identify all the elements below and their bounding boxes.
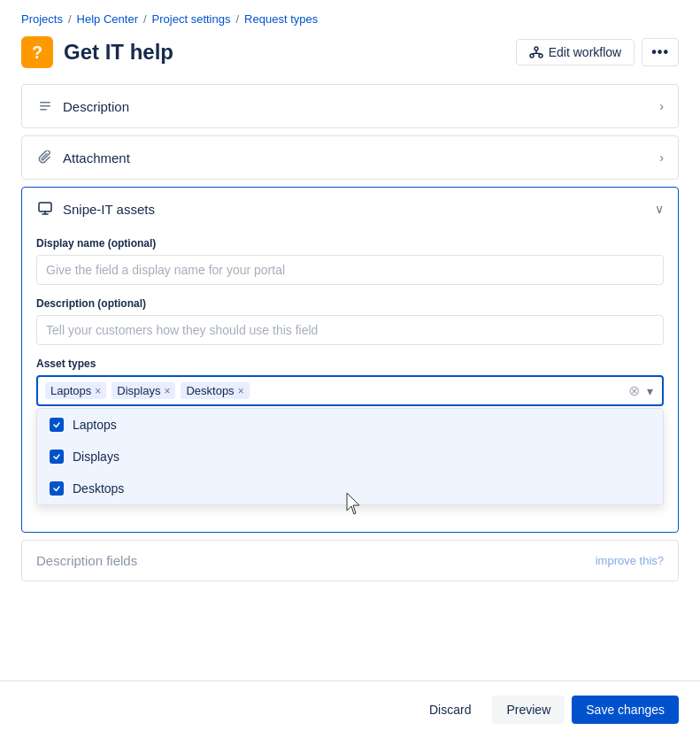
select-actions: ⊗ ▾ — [627, 382, 655, 399]
tag-displays: Displays × — [112, 382, 175, 399]
header-actions: Edit workflow ••• — [516, 38, 679, 66]
bottom-bar: Discard Preview Save changes — [0, 680, 700, 738]
svg-rect-5 — [40, 109, 47, 111]
breadcrumb-requesttypes[interactable]: Request types — [244, 12, 318, 26]
remove-desktops-button[interactable]: × — [238, 386, 244, 396]
dropdown-laptops-label: Laptops — [73, 418, 117, 432]
remove-displays-button[interactable]: × — [164, 386, 170, 396]
snipe-it-assets-chevron-icon: ∨ — [655, 202, 664, 216]
dropdown-toggle-button[interactable]: ▾ — [645, 384, 655, 398]
tag-desktops: Desktops × — [181, 382, 249, 399]
svg-point-2 — [539, 54, 542, 58]
description-label: Description (optional) — [36, 297, 664, 310]
dropdown-desktops-label: Desktops — [73, 481, 124, 496]
description-field-header[interactable]: Description › — [22, 85, 678, 127]
description-fields-partial: Description fields improve this? — [21, 540, 679, 581]
dropdown-item-laptops[interactable]: Laptops — [37, 409, 663, 441]
snipe-it-assets-header[interactable]: Snipe-IT assets ∨ — [22, 188, 678, 230]
app-icon: ? — [21, 36, 53, 68]
description-lines-icon — [36, 97, 54, 115]
dropdown-displays-label: Displays — [73, 450, 119, 464]
discard-button[interactable]: Discard — [415, 696, 485, 724]
svg-point-1 — [530, 54, 534, 58]
tag-laptops: Laptops × — [45, 382, 106, 399]
page-header: ? Get IT help Edit workflow ••• — [0, 33, 700, 84]
asset-types-label: Asset types — [36, 357, 664, 370]
checkbox-laptops-icon — [50, 418, 64, 432]
checkbox-desktops-icon — [50, 481, 64, 496]
breadcrumb-projectsettings[interactable]: Project settings — [152, 12, 231, 26]
partial-improve-link: improve this? — [596, 554, 664, 567]
attachment-field-label: Attachment — [63, 150, 130, 165]
checkbox-displays-icon — [50, 450, 64, 464]
save-changes-button[interactable]: Save changes — [572, 696, 679, 724]
description-group: Description (optional) — [36, 297, 664, 345]
partial-section-label: Description fields — [36, 553, 137, 568]
dropdown-item-displays[interactable]: Displays — [37, 441, 663, 473]
attachment-chevron-icon: › — [659, 150, 664, 165]
header-left: ? Get IT help — [21, 36, 173, 68]
content-area: Description › Attachment › — [0, 84, 700, 581]
description-input[interactable] — [36, 315, 664, 345]
edit-workflow-button[interactable]: Edit workflow — [516, 39, 635, 65]
display-name-group: Display name (optional) — [36, 237, 664, 285]
svg-rect-6 — [39, 203, 51, 211]
asset-types-multiselect[interactable]: Laptops × Displays × Desktops × ⊗ ▾ — [36, 375, 664, 406]
remove-laptops-button[interactable]: × — [95, 386, 101, 396]
svg-rect-3 — [40, 102, 50, 104]
snipe-it-form-body: Display name (optional) Description (opt… — [22, 230, 678, 532]
svg-rect-4 — [40, 105, 50, 107]
dropdown-item-desktops[interactable]: Desktops — [37, 473, 663, 504]
page-title: Get IT help — [64, 40, 173, 65]
attachment-field-row: Attachment › — [21, 135, 679, 180]
breadcrumb-projects[interactable]: Projects — [21, 12, 63, 26]
display-name-label: Display name (optional) — [36, 237, 664, 250]
asset-types-dropdown: Laptops Displays — [36, 408, 664, 505]
snipe-it-assets-label: Snipe-IT assets — [63, 202, 155, 217]
display-name-input[interactable] — [36, 255, 664, 285]
workflow-icon — [529, 45, 543, 59]
monitor-icon — [36, 200, 54, 218]
breadcrumb: Projects / Help Center / Project setting… — [0, 0, 700, 33]
clear-selection-button[interactable]: ⊗ — [627, 382, 642, 399]
snipe-it-assets-section: Snipe-IT assets ∨ Display name (optional… — [21, 187, 679, 533]
asset-types-group: Asset types Laptops × Displays × Desktop… — [36, 357, 664, 505]
breadcrumb-helpcenter[interactable]: Help Center — [77, 12, 138, 26]
more-options-button[interactable]: ••• — [642, 38, 679, 66]
svg-point-0 — [535, 47, 538, 50]
attachment-paperclip-icon — [36, 149, 54, 166]
description-chevron-icon: › — [659, 99, 664, 113]
description-field-row: Description › — [21, 84, 679, 128]
preview-button[interactable]: Preview — [492, 696, 565, 724]
description-field-label: Description — [63, 99, 129, 114]
attachment-field-header[interactable]: Attachment › — [22, 136, 678, 179]
